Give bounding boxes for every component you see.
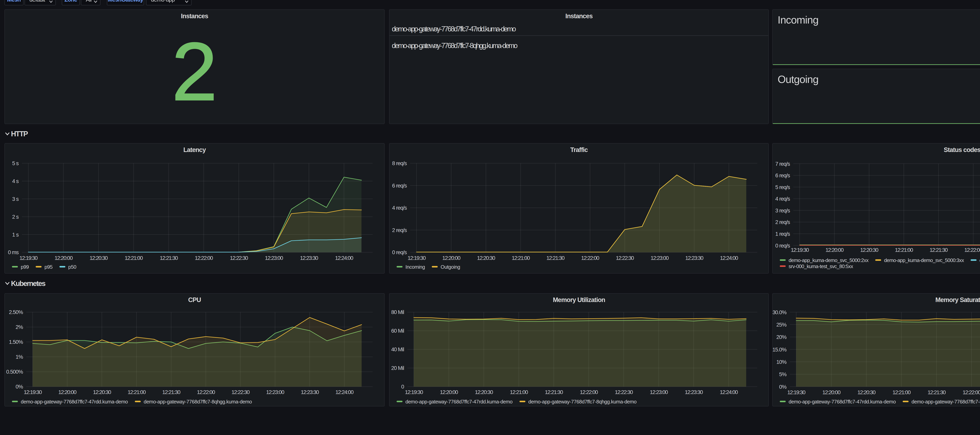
svg-text:p50: p50 [68,265,76,270]
svg-text:12:24:00: 12:24:00 [336,389,354,395]
svg-text:demo-app_kuma-demo_svc_5000:2x: demo-app_kuma-demo_svc_5000:2xx [789,258,869,263]
svg-text:12:20:00: 12:20:00 [59,389,76,395]
svg-text:2.50%: 2.50% [9,309,23,315]
svg-text:2%: 2% [16,324,23,330]
svg-text:12:23:00: 12:23:00 [266,389,285,395]
svg-text:demo-app_kuma-demo_svc_5000:3x: demo-app_kuma-demo_svc_5000:3xx [884,258,964,263]
svg-text:demo-app-gateway-7768d7ffc7-47: demo-app-gateway-7768d7ffc7-47rdd.kuma-d… [789,399,896,405]
svg-text:12:22:00: 12:22:00 [581,255,599,261]
svg-text:4 req/s: 4 req/s [392,205,407,211]
svg-text:12:20:00: 12:20:00 [822,389,841,395]
svg-text:p99: p99 [21,265,29,270]
svg-text:0%: 0% [16,384,23,390]
svg-text:12:23:30: 12:23:30 [301,389,319,395]
svg-text:Incoming: Incoming [405,265,425,270]
svg-text:0%: 0% [779,384,786,390]
svg-text:80 Mil: 80 Mil [391,309,404,315]
svg-text:12:24:00: 12:24:00 [720,255,738,261]
svg-text:12:20:00: 12:20:00 [442,255,461,261]
svg-text:12:20:00: 12:20:00 [440,389,458,395]
svg-text:12:21:00: 12:21:00 [125,255,143,261]
svg-text:demo-app-gateway-7768d7ffc7-8q: demo-app-gateway-7768d7ffc7-8qhgg.kuma-d… [144,399,252,405]
svg-text:12:23:00: 12:23:00 [265,255,283,261]
svg-text:12:19:30: 12:19:30 [791,247,809,253]
svg-text:2 req/s: 2 req/s [775,219,790,225]
svg-text:4 req/s: 4 req/s [775,196,790,202]
svg-text:60 Mil: 60 Mil [391,328,404,334]
svg-text:0 ms: 0 ms [8,249,19,255]
svg-text:Outgoing: Outgoing [441,265,460,270]
svg-text:demo-app-gateway-7768d7ffc7-8q: demo-app-gateway-7768d7ffc7-8qhgg.kuma-d… [912,399,980,405]
svg-text:12:21:00: 12:21:00 [512,255,530,261]
svg-text:12:20:30: 12:20:30 [860,247,878,253]
svg-text:25%: 25% [776,322,786,328]
svg-text:8 req/s: 8 req/s [392,161,407,167]
svg-text:12:24:00: 12:24:00 [720,389,738,395]
svg-text:12:21:30: 12:21:30 [545,389,563,395]
svg-text:12:22:30: 12:22:30 [231,389,250,395]
svg-text:1.50%: 1.50% [9,339,23,345]
svg-text:12:23:30: 12:23:30 [300,255,318,261]
svg-text:5 s: 5 s [12,161,19,167]
svg-text:3 s: 3 s [12,196,19,202]
svg-text:12:20:00: 12:20:00 [55,255,73,261]
svg-text:2 req/s: 2 req/s [392,227,407,233]
svg-text:12:20:30: 12:20:30 [858,389,876,395]
svg-text:demo-app-gateway-7768d7ffc7-47: demo-app-gateway-7768d7ffc7-47rdd.kuma-d… [405,399,512,405]
svg-text:0: 0 [401,384,404,390]
svg-text:12:22:30: 12:22:30 [615,389,633,395]
svg-text:12:19:30: 12:19:30 [408,255,426,261]
svg-text:1 s: 1 s [12,232,19,238]
svg-text:srv-000_kuma-test_svc_80:5xx: srv-000_kuma-test_svc_80:5xx [789,264,853,269]
svg-text:0 req/s: 0 req/s [392,249,407,255]
svg-text:0.500%: 0.500% [6,369,23,375]
svg-text:12:22:00: 12:22:00 [580,389,598,395]
svg-text:12:21:30: 12:21:30 [162,389,180,395]
svg-text:12:22:30: 12:22:30 [616,255,634,261]
svg-text:5 req/s: 5 req/s [775,184,790,190]
svg-text:6 req/s: 6 req/s [392,183,407,189]
svg-text:12:22:00: 12:22:00 [963,389,980,395]
svg-text:12:21:30: 12:21:30 [546,255,565,261]
svg-text:12:21:30: 12:21:30 [928,389,946,395]
svg-text:40 Mil: 40 Mil [391,347,404,353]
svg-text:12:23:30: 12:23:30 [685,389,703,395]
svg-text:demo-app-gateway-7768d7ffc7-8q: demo-app-gateway-7768d7ffc7-8qhgg.kuma-d… [528,399,636,405]
svg-text:12:19:30: 12:19:30 [788,389,805,395]
svg-text:12:21:00: 12:21:00 [892,389,911,395]
svg-text:12:19:30: 12:19:30 [405,389,423,395]
svg-text:12:21:00: 12:21:00 [895,247,913,253]
svg-text:12:21:30: 12:21:30 [160,255,178,261]
svg-text:4 s: 4 s [12,178,19,184]
svg-text:7 req/s: 7 req/s [775,161,790,167]
svg-text:12:20:00: 12:20:00 [826,247,844,253]
svg-text:12:22:30: 12:22:30 [230,255,248,261]
svg-text:12:20:30: 12:20:30 [475,389,493,395]
svg-text:5%: 5% [779,371,786,378]
svg-text:6 req/s: 6 req/s [775,172,790,178]
svg-text:12:22:00: 12:22:00 [197,389,215,395]
svg-text:12:24:00: 12:24:00 [335,255,353,261]
svg-text:10%: 10% [776,359,786,365]
svg-text:1 req/s: 1 req/s [775,231,790,237]
svg-text:20%: 20% [776,334,786,340]
svg-text:30.0%: 30.0% [773,309,786,315]
svg-text:12:21:00: 12:21:00 [510,389,528,395]
svg-text:2 s: 2 s [12,214,19,220]
svg-text:20 Mil: 20 Mil [391,365,404,371]
svg-text:12:21:00: 12:21:00 [127,389,146,395]
svg-text:12:20:30: 12:20:30 [93,389,111,395]
svg-text:12:20:30: 12:20:30 [89,255,108,261]
svg-text:p95: p95 [45,265,52,270]
svg-text:12:22:00: 12:22:00 [964,247,980,253]
svg-text:demo-app-gateway-7768d7ffc7-47: demo-app-gateway-7768d7ffc7-47rdd.kuma-d… [21,399,128,405]
svg-text:12:19:30: 12:19:30 [20,255,38,261]
svg-text:12:22:00: 12:22:00 [195,255,213,261]
svg-text:12:19:30: 12:19:30 [24,389,42,395]
svg-text:12:23:00: 12:23:00 [650,389,668,395]
svg-text:12:21:30: 12:21:30 [930,247,948,253]
svg-text:12:23:30: 12:23:30 [685,255,703,261]
svg-text:15.0%: 15.0% [773,347,786,353]
svg-text:12:20:30: 12:20:30 [477,255,495,261]
svg-text:1%: 1% [16,354,23,360]
